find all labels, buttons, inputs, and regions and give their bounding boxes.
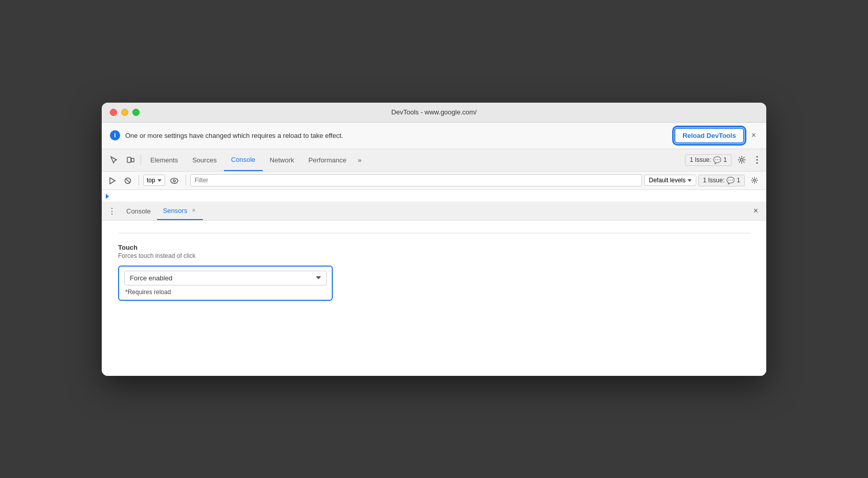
close-traffic-light[interactable] bbox=[110, 109, 117, 116]
block-icon bbox=[124, 177, 131, 184]
svg-rect-0 bbox=[127, 157, 131, 162]
svg-marker-6 bbox=[110, 178, 115, 184]
tab-network[interactable]: Network bbox=[263, 149, 302, 171]
console-gear-icon bbox=[751, 177, 758, 184]
close-notification-button[interactable]: × bbox=[749, 131, 758, 140]
console-divider bbox=[139, 175, 139, 185]
svg-point-11 bbox=[753, 179, 756, 181]
eye-button[interactable] bbox=[167, 174, 181, 186]
console-toolbar: top Default levels 1 Issue: 💬 1 bbox=[102, 172, 766, 190]
issues-badge[interactable]: 1 Issue: 💬 1 bbox=[685, 154, 732, 166]
reload-devtools-button[interactable]: Reload DevTools bbox=[674, 128, 744, 144]
window-title: DevTools - www.google.com/ bbox=[392, 108, 477, 116]
console-issues-chat-icon: 💬 bbox=[726, 177, 735, 184]
title-bar: DevTools - www.google.com/ bbox=[102, 103, 766, 123]
console-settings-button[interactable] bbox=[747, 174, 762, 187]
svg-rect-1 bbox=[131, 158, 134, 162]
svg-point-10 bbox=[173, 180, 175, 182]
run-script-button[interactable] bbox=[106, 174, 119, 186]
svg-line-8 bbox=[126, 179, 130, 183]
info-icon: i bbox=[110, 130, 120, 140]
console-issues-badge[interactable]: 1 Issue: 💬 1 bbox=[698, 175, 745, 186]
more-options-button[interactable] bbox=[752, 153, 762, 167]
eye-icon bbox=[170, 178, 178, 184]
issues-chat-icon: 💬 bbox=[713, 156, 721, 164]
main-nav-tabs: Elements Sources Console Network Perform… bbox=[143, 149, 685, 171]
touch-section-title: Touch bbox=[118, 244, 750, 251]
context-selector[interactable]: top bbox=[143, 175, 165, 186]
settings-button[interactable] bbox=[734, 153, 750, 167]
play-icon bbox=[109, 177, 116, 184]
sensors-top-divider bbox=[118, 233, 750, 233]
maximize-traffic-light[interactable] bbox=[132, 109, 140, 116]
devtools-window: DevTools - www.google.com/ i One or more… bbox=[102, 103, 766, 376]
minimize-traffic-light[interactable] bbox=[121, 109, 128, 116]
touch-control-wrapper: Device-based Force enabled Force disable… bbox=[118, 266, 333, 301]
svg-point-5 bbox=[757, 162, 758, 164]
svg-point-4 bbox=[757, 159, 758, 161]
console-divider-2 bbox=[186, 175, 186, 185]
notification-message: One or more settings have changed which … bbox=[125, 132, 669, 139]
svg-point-9 bbox=[171, 178, 178, 183]
close-bottom-panel-button[interactable]: × bbox=[749, 204, 762, 218]
tab-console[interactable]: Console bbox=[224, 149, 263, 171]
tab-elements[interactable]: Elements bbox=[143, 149, 185, 171]
bottom-more-tabs-button[interactable]: ⋮ bbox=[106, 204, 118, 218]
device-icon bbox=[126, 156, 134, 164]
touch-section-description: Forces touch instead of click bbox=[118, 252, 750, 259]
tab-performance[interactable]: Performance bbox=[301, 149, 353, 171]
device-toggle-button[interactable] bbox=[122, 153, 139, 167]
bottom-tabs-bar: ⋮ Console Sensors × × bbox=[102, 202, 766, 221]
svg-point-2 bbox=[741, 159, 743, 161]
toolbar-right: 1 Issue: 💬 1 bbox=[685, 153, 762, 167]
gear-icon bbox=[738, 156, 746, 164]
levels-chevron-icon bbox=[688, 179, 692, 182]
notification-bar: i One or more settings have changed whic… bbox=[102, 123, 766, 149]
traffic-lights bbox=[110, 109, 140, 116]
bottom-tab-console[interactable]: Console bbox=[120, 202, 157, 220]
touch-select[interactable]: Device-based Force enabled Force disable… bbox=[124, 271, 327, 285]
cursor-icon bbox=[110, 156, 118, 164]
touch-section: Touch Forces touch instead of click Devi… bbox=[118, 244, 750, 301]
default-levels-button[interactable]: Default levels bbox=[644, 175, 696, 186]
requires-reload-text: *Requires reload bbox=[124, 289, 327, 296]
inspect-element-button[interactable] bbox=[106, 153, 122, 167]
bottom-panel: ⋮ Console Sensors × × Touch Forces touch… bbox=[102, 202, 766, 376]
filter-input[interactable] bbox=[190, 174, 643, 186]
main-toolbar: Elements Sources Console Network Perform… bbox=[102, 149, 766, 172]
more-tabs-button[interactable]: » bbox=[354, 153, 366, 167]
console-arrow-indicator bbox=[106, 194, 109, 199]
clear-console-button[interactable] bbox=[121, 174, 134, 186]
toolbar-divider-1 bbox=[141, 155, 141, 165]
chevron-down-icon bbox=[157, 179, 162, 182]
bottom-tab-sensors[interactable]: Sensors × bbox=[157, 202, 203, 220]
svg-point-3 bbox=[757, 156, 758, 158]
tab-sources[interactable]: Sources bbox=[185, 149, 224, 171]
sensors-tab-close[interactable]: × bbox=[190, 206, 197, 214]
console-content-area bbox=[102, 190, 766, 202]
kebab-icon bbox=[756, 156, 758, 164]
sensors-content: Touch Forces touch instead of click Devi… bbox=[102, 221, 766, 321]
